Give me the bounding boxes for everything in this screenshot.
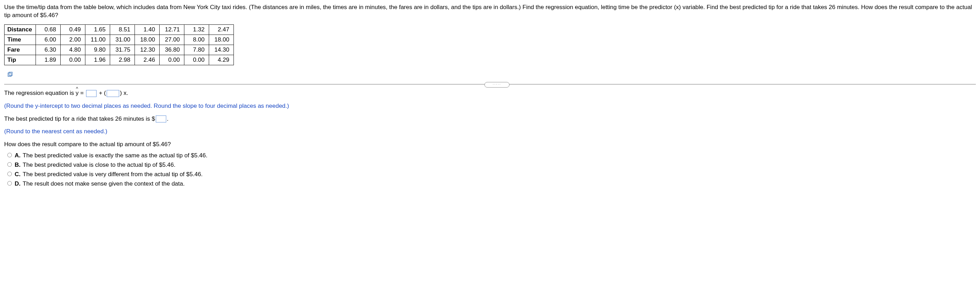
cell: 6.00 [35, 35, 60, 45]
cell: 0.68 [35, 24, 60, 35]
option-text: The best predicted value is very differe… [23, 171, 203, 177]
data-table: Distance 0.68 0.49 1.65 8.51 1.40 12.71 … [4, 24, 234, 65]
cell: 2.47 [209, 24, 234, 35]
option-b[interactable]: B.The best predicted value is close to t… [6, 161, 976, 168]
eq-plus: + [99, 90, 104, 96]
option-text: The result does not make sense given the… [23, 181, 185, 187]
predicted-tip-input[interactable] [156, 115, 166, 122]
regression-equation-line: The regression equation is ^y = + () x. [4, 88, 976, 99]
table-row: Time 6.00 2.00 11.00 31.00 18.00 27.00 8… [5, 35, 234, 45]
option-letter: A. [14, 152, 21, 159]
cell: 0.00 [60, 55, 85, 65]
cell: 2.00 [60, 35, 85, 45]
radio-d[interactable] [7, 181, 12, 185]
cell: 1.96 [85, 55, 110, 65]
row-header: Tip [5, 55, 36, 65]
cell: 4.29 [209, 55, 234, 65]
row-header: Time [5, 35, 36, 45]
question-text: Use the time/tip data from the table bel… [4, 3, 976, 19]
cell: 4.80 [60, 45, 85, 55]
eq-equals: = [80, 90, 84, 96]
cell: 7.80 [184, 45, 209, 55]
row-header: Fare [5, 45, 36, 55]
pred-text: The best predicted tip for a ride that t… [4, 115, 155, 122]
option-letter: B. [14, 161, 21, 168]
option-text: The best predicted value is close to the… [23, 161, 176, 168]
table-row: Tip 1.89 0.00 1.96 2.98 2.46 0.00 0.00 4… [5, 55, 234, 65]
radio-a[interactable] [7, 153, 12, 157]
cell: 11.00 [85, 35, 110, 45]
slope-input[interactable] [107, 90, 119, 97]
predicted-tip-line: The best predicted tip for a ride that t… [4, 114, 976, 125]
row-header: Distance [5, 24, 36, 35]
radio-b[interactable] [7, 162, 12, 167]
table-row: Distance 0.68 0.49 1.65 8.51 1.40 12.71 … [5, 24, 234, 35]
intercept-input[interactable] [86, 90, 97, 97]
cell: 27.00 [159, 35, 184, 45]
radio-c[interactable] [7, 172, 12, 176]
compare-question: How does the result compare to the actua… [4, 139, 976, 150]
svg-rect-0 [8, 73, 11, 77]
cell: 31.75 [110, 45, 135, 55]
rounding-hint-eq: (Round the y-intercept to two decimal pl… [4, 101, 976, 112]
cell: 14.30 [209, 45, 234, 55]
eq-x: x. [122, 90, 128, 96]
cell: 0.00 [184, 55, 209, 65]
cell: 0.00 [159, 55, 184, 65]
cell: 18.00 [209, 35, 234, 45]
pred-period: . [167, 115, 169, 122]
cell: 1.65 [85, 24, 110, 35]
cell: 36.80 [159, 45, 184, 55]
cell: 31.00 [110, 35, 135, 45]
table-row: Fare 6.30 4.80 9.80 31.75 12.30 36.80 7.… [5, 45, 234, 55]
cell: 18.00 [135, 35, 159, 45]
cell: 12.30 [135, 45, 159, 55]
option-text: The best predicted value is exactly the … [23, 152, 207, 159]
divider: ····· [4, 84, 976, 85]
cell: 8.51 [110, 24, 135, 35]
cell: 9.80 [85, 45, 110, 55]
option-letter: D. [14, 181, 21, 187]
cell: 2.98 [110, 55, 135, 65]
eq-prefix: The regression equation is [4, 90, 76, 96]
svg-rect-1 [9, 72, 12, 76]
option-letter: C. [14, 171, 21, 177]
cell: 1.89 [35, 55, 60, 65]
expand-handle-icon[interactable]: ····· [484, 82, 509, 88]
copy-icon[interactable] [8, 72, 13, 78]
cell: 1.40 [135, 24, 159, 35]
cell: 2.46 [135, 55, 159, 65]
y-hat-symbol: ^y [76, 88, 79, 99]
cell: 1.32 [184, 24, 209, 35]
option-a[interactable]: A.The best predicted value is exactly th… [6, 152, 976, 159]
cell: 12.71 [159, 24, 184, 35]
cell: 6.30 [35, 45, 60, 55]
rounding-hint-pred: (Round to the nearest cent as needed.) [4, 126, 976, 137]
option-c[interactable]: C.The best predicted value is very diffe… [6, 171, 976, 178]
cell: 0.49 [60, 24, 85, 35]
option-d[interactable]: D.The result does not make sense given t… [6, 180, 976, 187]
cell: 8.00 [184, 35, 209, 45]
